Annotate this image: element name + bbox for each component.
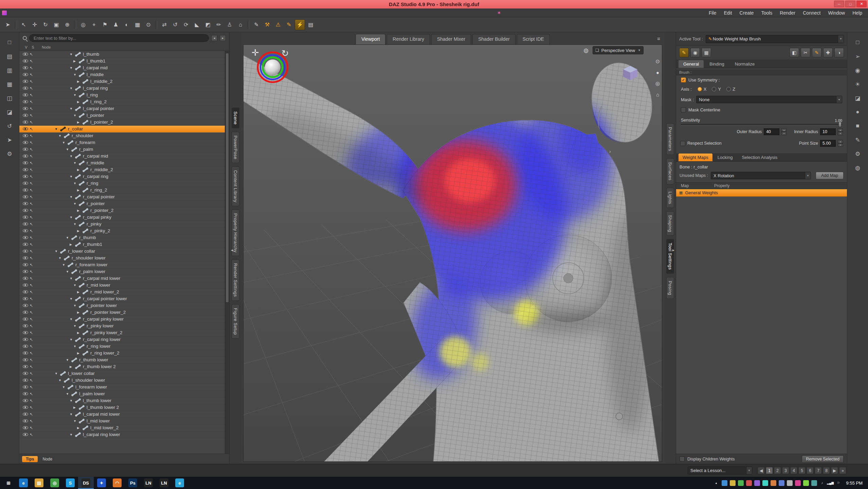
selectable-cursor-icon[interactable]: ↖ [30, 337, 35, 342]
filter-prev-button[interactable]: ◄ [211, 35, 217, 41]
grid-snap-icon[interactable]: ▦ [132, 19, 143, 30]
visibility-eye-icon[interactable] [23, 93, 28, 96]
chevron-down-icon[interactable]: ▼ [805, 172, 811, 179]
tray-app-3-icon[interactable] [738, 480, 744, 486]
weight-map-brush-icon[interactable]: ✎ [284, 19, 294, 30]
selectable-cursor-icon[interactable]: ↖ [30, 140, 35, 145]
page-8-button[interactable]: 8 [823, 467, 830, 474]
expand-arrow-icon[interactable]: ▼ [58, 134, 62, 138]
use-symmetry-checkbox[interactable] [681, 77, 686, 83]
expand-arrow-icon[interactable]: ▼ [73, 114, 77, 117]
brush-smooth-mode-icon[interactable]: ◉ [690, 48, 700, 57]
visibility-eye-icon[interactable] [23, 222, 28, 225]
display-children-checkbox[interactable] [680, 456, 685, 461]
tray-app-5-icon[interactable] [754, 480, 760, 486]
pane-tab[interactable]: Tool Settings [666, 239, 674, 274]
visibility-eye-icon[interactable] [23, 141, 28, 144]
expand-arrow-icon[interactable]: ▶ [73, 59, 77, 63]
menu-item[interactable]: Tools [758, 10, 776, 16]
annotate-icon[interactable]: ✏ [214, 19, 224, 30]
selectable-cursor-icon[interactable]: ↖ [30, 351, 35, 356]
selectable-cursor-icon[interactable]: ↖ [30, 161, 35, 165]
inner-radius-stepper[interactable]: ▲▼ [838, 128, 843, 135]
visibility-eye-icon[interactable] [23, 148, 28, 151]
scene-tree-row[interactable]: ↖ ▼ l_palm lower [19, 391, 229, 397]
pane-tab[interactable]: Figure Setup [232, 304, 239, 339]
tray-flag-icon[interactable]: ⚐ [836, 480, 842, 486]
visibility-eye-icon[interactable] [23, 426, 28, 429]
expand-arrow-icon[interactable]: ▼ [66, 392, 69, 396]
view-rotate-widget-icon[interactable]: ⊙ [655, 58, 660, 65]
scene-tree-row[interactable]: ↖ ▼ r_middle [19, 160, 229, 166]
visibility-eye-icon[interactable] [23, 413, 28, 416]
expand-arrow-icon[interactable]: ▶ [73, 406, 77, 409]
figure-tool-icon[interactable]: ♟ [111, 19, 121, 30]
weight-map-tab[interactable]: Weight Maps [679, 153, 712, 161]
selectable-cursor-icon[interactable]: ↖ [30, 113, 35, 118]
selectable-cursor-icon[interactable]: ↖ [30, 425, 35, 430]
visibility-eye-icon[interactable] [23, 127, 28, 130]
taskbar-skype-icon[interactable]: S [62, 477, 78, 489]
expand-arrow-icon[interactable]: ▼ [58, 256, 62, 260]
blend-weights-icon[interactable]: ◑ [834, 48, 844, 57]
scene-tree-row[interactable]: ↖ ▼ r_thumb [19, 234, 229, 241]
visibility-eye-icon[interactable] [23, 114, 28, 117]
workspace-tab[interactable]: Shader Builder [472, 34, 516, 44]
expand-arrow-icon[interactable]: ▶ [77, 80, 80, 83]
selectable-cursor-icon[interactable]: ↖ [30, 59, 35, 64]
scene-tree-row[interactable]: ↖ ▼ r_collar [19, 126, 229, 132]
scene-tree-row[interactable]: ↖ ▶ r_ring lower_2 [19, 350, 229, 357]
visibility-eye-icon[interactable] [23, 392, 28, 395]
scene-tree-row[interactable]: ↖ ▼ r_pinky [19, 221, 229, 228]
taskbar-daz-studio-icon[interactable]: DS [78, 477, 94, 489]
view-sphere-widget-icon[interactable]: ● [655, 70, 660, 75]
scene-tree-row[interactable]: ↖ ▶ r_mid lower_2 [19, 289, 229, 295]
node-selection-tool-icon[interactable]: ➤ [3, 19, 13, 30]
menu-item[interactable]: Help [849, 10, 866, 16]
expand-arrow-icon[interactable]: ▼ [73, 345, 77, 348]
selectable-cursor-icon[interactable]: ↖ [30, 432, 35, 437]
page-4-button[interactable]: 4 [790, 467, 797, 474]
taskbar-safari-icon[interactable]: ✦ [94, 477, 109, 489]
tray-app-10-icon[interactable] [795, 480, 801, 486]
visibility-eye-icon[interactable] [23, 250, 28, 253]
expand-arrow-icon[interactable]: ▼ [70, 277, 73, 280]
expand-arrow-icon[interactable]: ▶ [77, 351, 80, 355]
visibility-eye-icon[interactable] [23, 318, 28, 321]
weight-map-row[interactable]: ▦ General Weights [676, 189, 847, 197]
environment-icon[interactable]: ◍ [852, 163, 864, 173]
scene-tree[interactable]: ↖ ▼ l_thumb ↖ ▶ l_t [19, 51, 229, 454]
expand-arrow-icon[interactable]: ▼ [70, 338, 73, 341]
expand-arrow-icon[interactable]: ▼ [73, 304, 77, 307]
filter-next-button[interactable]: ► [220, 35, 226, 41]
scene-tree-row[interactable]: ↖ ▶ r_ring_2 [19, 187, 229, 194]
open-folder-icon[interactable]: ▤ [4, 52, 15, 61]
workspace-tab[interactable]: Render Library [387, 34, 430, 44]
selectable-cursor-icon[interactable]: ↖ [30, 276, 35, 281]
taskbar-edge-icon[interactable]: e [16, 477, 31, 489]
visibility-eye-icon[interactable] [23, 297, 28, 300]
pane-tab[interactable]: Render Settings [232, 259, 239, 301]
clock[interactable]: 9:55 PM [844, 481, 867, 486]
visibility-eye-icon[interactable] [23, 87, 28, 90]
render-settings-icon[interactable]: ◪ [852, 93, 864, 103]
universal-tool-icon[interactable]: ⊕ [62, 19, 72, 30]
pane-tab[interactable]: Content Library [232, 166, 239, 206]
pane-tab[interactable]: PowerPose [232, 132, 239, 163]
scene-tree-row[interactable]: ↖ ▼ r_pinky lower [19, 323, 229, 329]
weight-map-list[interactable]: ▦ General Weights [676, 189, 847, 454]
scene-tree-row[interactable]: ↖ ▼ r_shoulder [19, 132, 229, 139]
visibility-eye-icon[interactable] [23, 168, 28, 171]
tray-app-1-icon[interactable] [722, 480, 727, 486]
selectable-cursor-icon[interactable]: ↖ [30, 358, 35, 362]
selectable-cursor-icon[interactable]: ↖ [30, 364, 35, 369]
scene-tree-row[interactable]: ↖ ▼ l_shoulder lower [19, 377, 229, 384]
scene-tree-row[interactable]: ↖ ▶ r_middle_2 [19, 166, 229, 173]
selectable-cursor-icon[interactable]: ↖ [30, 269, 35, 274]
save-icon[interactable]: ▦ [4, 79, 15, 89]
pose-preset-icon[interactable]: ♙ [224, 19, 235, 30]
mask-centerline-checkbox[interactable] [681, 107, 686, 112]
selectable-cursor-icon[interactable]: ↖ [30, 174, 35, 179]
toolbar-separator[interactable] [15, 20, 17, 29]
selectable-cursor-icon[interactable]: ↖ [30, 72, 35, 77]
